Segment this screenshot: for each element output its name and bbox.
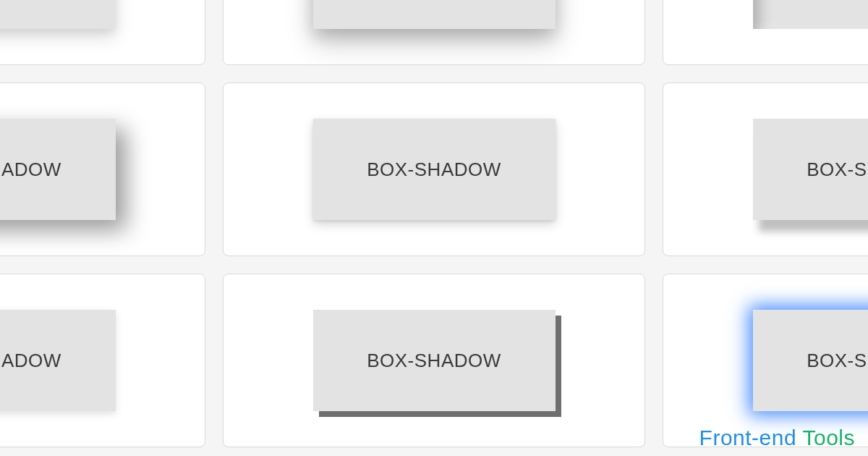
shadow-card[interactable]: BOX-SHADOW — [0, 0, 205, 65]
shadow-gallery-grid: BOX-SHADOW BOX-SHADOW BOX-SHADOW BOX-SHA… — [0, 0, 868, 447]
swatch-label: BOX-SHADOW — [367, 350, 501, 372]
shadow-swatch: BOX-SHADOW — [0, 119, 116, 220]
swatch-label: BOX-SHADOW — [367, 159, 501, 181]
swatch-label: BOX-SHADOW — [0, 350, 61, 372]
shadow-swatch: BOX-SHADOW — [0, 0, 116, 29]
shadow-card[interactable]: BOX-SHADOW — [223, 0, 645, 65]
swatch-label: BOX-SHADOW — [0, 159, 61, 181]
shadow-card[interactable]: BOX-SHADOW — [223, 83, 645, 256]
shadow-swatch: BOX-SHADOW — [313, 119, 556, 220]
shadow-card[interactable]: BOX-SHADOW — [663, 274, 868, 447]
shadow-swatch: BOX-SHADOW — [0, 310, 116, 411]
shadow-card[interactable]: BOX-SHADOW — [663, 83, 868, 256]
shadow-swatch: BOX-SHADOW — [753, 119, 869, 220]
shadow-swatch: BOX-SHADOW — [753, 310, 869, 411]
shadow-card[interactable]: BOX-SHADOW — [0, 83, 205, 256]
shadow-swatch: BOX-SHADOW — [753, 0, 869, 29]
shadow-card[interactable]: BOX-SHADOW — [0, 274, 205, 447]
swatch-label: BOX-SHADOW — [807, 159, 868, 181]
shadow-card[interactable]: BOX-SHADOW — [663, 0, 868, 65]
shadow-swatch: BOX-SHADOW — [313, 0, 556, 29]
swatch-label: BOX-SHADOW — [807, 350, 868, 372]
shadow-swatch: BOX-SHADOW — [313, 310, 556, 411]
shadow-card[interactable]: BOX-SHADOW — [223, 274, 645, 447]
